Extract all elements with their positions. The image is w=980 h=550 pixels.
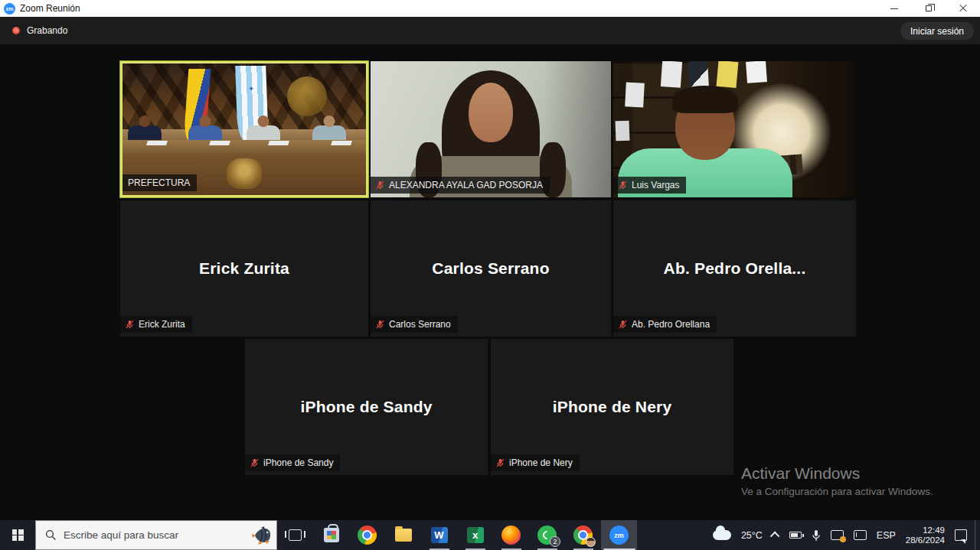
- mic-muted-icon: [496, 458, 505, 467]
- participant-name: ALEXANDRA AYALA GAD POSORJA: [389, 180, 543, 190]
- close-button[interactable]: [946, 0, 980, 17]
- mic-muted-icon: [619, 181, 627, 190]
- participant-name: Carlos Serrano: [389, 319, 451, 330]
- hanging-pennant: [746, 61, 767, 83]
- video-grid: ✦ PREFECTURA: [0, 44, 980, 520]
- mic-muted-icon: [250, 458, 259, 467]
- start-button[interactable]: [0, 520, 35, 550]
- word-icon: W: [431, 527, 448, 543]
- participant-name-tag: ALEXANDRA AYALA GAD POSORJA: [371, 177, 550, 194]
- mic-muted-icon: [619, 320, 627, 329]
- table-paper: [268, 141, 289, 145]
- mic-muted-icon: [376, 320, 384, 329]
- participant-name: iPhone de Nery: [509, 457, 573, 468]
- microphone-tray-button[interactable]: [809, 520, 823, 550]
- window-controls: [877, 0, 980, 17]
- taskbar-spacer: [637, 520, 710, 550]
- participant-name: Ab. Pedro Orellana: [632, 319, 710, 330]
- microsoft-store-button[interactable]: [313, 520, 349, 550]
- language-indicator[interactable]: ESP: [874, 520, 898, 550]
- connect-display-icon: [854, 530, 867, 540]
- participant-name-tag: iPhone de Sandy: [245, 454, 340, 471]
- participant-tile-prefectura[interactable]: ✦ PREFECTURA: [120, 61, 368, 197]
- file-explorer-button[interactable]: [385, 520, 421, 550]
- table-emblem: [227, 158, 262, 189]
- word-button[interactable]: W: [421, 520, 457, 550]
- participant-tile-pedro[interactable]: Ab. Pedro Orella... Ab. Pedro Orellana: [613, 200, 856, 337]
- hanging-pennant: [661, 61, 682, 88]
- connect-display-button[interactable]: [851, 520, 869, 550]
- zoom-taskbar-button[interactable]: zm: [601, 520, 637, 550]
- weather-cloud-icon: [713, 530, 731, 540]
- restore-button[interactable]: [911, 0, 946, 17]
- close-icon: [959, 5, 967, 12]
- windows-logo-icon: [12, 529, 24, 541]
- action-center-icon: [955, 529, 967, 541]
- system-tray: 25°C ESP 12:49 28/6/2024: [710, 520, 980, 550]
- participant-name: PREFECTURA: [128, 177, 190, 188]
- task-view-button[interactable]: [277, 520, 313, 550]
- participant-tile-erick[interactable]: Erick Zurita Erick Zurita: [120, 200, 368, 337]
- meeting-header: Grabando Iniciar sesión: [0, 17, 980, 44]
- window-title-bar: zm Zoom Reunión: [0, 0, 980, 17]
- whatsapp-icon: 2: [537, 526, 557, 545]
- participant-name-tag: Ab. Pedro Orellana: [613, 316, 717, 333]
- weather-button[interactable]: [710, 520, 733, 550]
- search-input[interactable]: [64, 529, 224, 541]
- file-explorer-icon: [395, 529, 412, 542]
- recording-icon: [12, 27, 20, 34]
- hanging-pennant: [688, 61, 709, 88]
- excel-button[interactable]: x: [457, 520, 493, 550]
- chrome-profile-avatar: [586, 537, 596, 547]
- chevron-up-icon: [770, 532, 780, 542]
- minimize-button[interactable]: [877, 0, 911, 17]
- mic-muted-icon: [376, 181, 384, 190]
- minimize-icon: [890, 8, 898, 9]
- participant-name-tag: iPhone de Nery: [491, 454, 580, 471]
- excel-icon: x: [467, 527, 484, 543]
- battery-icon: [789, 532, 802, 539]
- screen-share-icon: [831, 530, 844, 540]
- whatsapp-button[interactable]: 2: [529, 520, 565, 550]
- windows-taskbar: W x 2 zm 25°C ESP: [0, 520, 980, 550]
- microsoft-store-icon: [324, 528, 339, 542]
- participant-name-tag: PREFECTURA: [122, 174, 197, 191]
- firefox-button[interactable]: [493, 520, 529, 550]
- shelf-paper: [625, 83, 645, 108]
- window-title: Zoom Reunión: [20, 3, 80, 14]
- participant-name-tag: Carlos Serrano: [371, 316, 458, 333]
- participant-name: iPhone de Sandy: [263, 457, 333, 468]
- battery-button[interactable]: [787, 520, 804, 550]
- action-center-button[interactable]: [952, 520, 969, 550]
- chrome-button[interactable]: [349, 520, 385, 550]
- table-paper: [146, 141, 168, 145]
- tray-date: 28/6/2024: [906, 535, 945, 545]
- hidden-icons-button[interactable]: [770, 520, 782, 550]
- participant-name-tag: Luis Vargas: [613, 177, 686, 194]
- tray-time: 12:49: [906, 526, 945, 535]
- sign-in-button[interactable]: Iniciar sesión: [900, 22, 974, 40]
- participant-tile-iphone-nery[interactable]: iPhone de Nery iPhone de Nery: [491, 339, 733, 475]
- screen-share-tray-button[interactable]: [828, 520, 846, 550]
- firefox-icon: [501, 526, 521, 545]
- table-paper: [209, 141, 230, 145]
- show-desktop-button[interactable]: [975, 520, 978, 550]
- person-hair: [672, 86, 738, 113]
- weather-temperature[interactable]: 25°C: [739, 520, 765, 550]
- watermark-title: Activar Windows: [741, 464, 933, 483]
- recording-label: Grabando: [27, 25, 67, 36]
- participant-tile-carlos[interactable]: Carlos Serrano Carlos Serrano: [371, 200, 611, 337]
- restore-icon: [926, 5, 932, 11]
- windows-activation-watermark: Activar Windows Ve a Configuración para …: [741, 464, 933, 497]
- participant-tile-iphone-sandy[interactable]: iPhone de Sandy iPhone de Sandy: [245, 339, 488, 475]
- wall-gold-relief: [287, 76, 327, 116]
- search-highlight-fish-icon: [250, 526, 273, 545]
- person-face: [469, 83, 513, 142]
- taskbar-search-box[interactable]: [35, 520, 277, 550]
- chrome-profile-button[interactable]: [565, 520, 601, 550]
- zoom-taskbar-icon: zm: [609, 526, 629, 545]
- participant-tile-alexandra[interactable]: ALEXANDRA AYALA GAD POSORJA: [371, 61, 611, 197]
- clock-button[interactable]: 12:49 28/6/2024: [903, 520, 947, 550]
- participant-tile-luis[interactable]: Luis Vargas: [613, 61, 856, 197]
- participant-name: Luis Vargas: [632, 180, 679, 190]
